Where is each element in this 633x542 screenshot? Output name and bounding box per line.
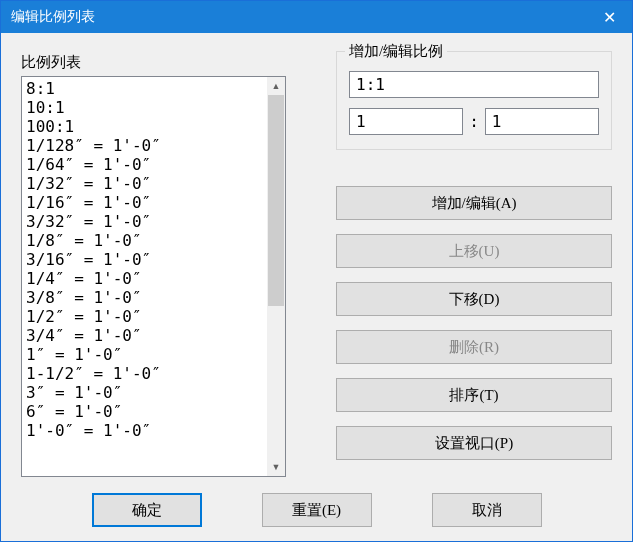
list-item[interactable]: 1/2″ = 1'-0″ <box>26 307 263 326</box>
list-item[interactable]: 1'-0″ = 1'-0″ <box>26 421 263 440</box>
cancel-button[interactable]: 取消 <box>432 493 542 527</box>
list-item[interactable]: 8:1 <box>26 79 263 98</box>
list-item[interactable]: 1/16″ = 1'-0″ <box>26 193 263 212</box>
dialog-body: 比例列表 8:110:1100:11/128″ = 1'-0″1/64″ = 1… <box>1 33 632 541</box>
ok-button[interactable]: 确定 <box>92 493 202 527</box>
scroll-track[interactable] <box>267 95 285 458</box>
add-edit-group-label: 增加/编辑比例 <box>345 42 447 61</box>
ratio-left-input[interactable] <box>349 108 463 135</box>
list-item[interactable]: 1/64″ = 1'-0″ <box>26 155 263 174</box>
list-item[interactable]: 1/4″ = 1'-0″ <box>26 269 263 288</box>
bottom-buttons: 确定 重置(E) 取消 <box>21 493 612 531</box>
window-title: 编辑比例列表 <box>11 8 95 26</box>
list-item[interactable]: 1/32″ = 1'-0″ <box>26 174 263 193</box>
scroll-down-button[interactable]: ▼ <box>267 458 285 476</box>
list-item[interactable]: 3/32″ = 1'-0″ <box>26 212 263 231</box>
ratio-colon: : <box>469 112 479 131</box>
titlebar: 编辑比例列表 ✕ <box>1 1 632 33</box>
scale-list-label: 比例列表 <box>21 53 286 72</box>
scrollbar[interactable]: ▲ ▼ <box>267 77 285 476</box>
edit-scale-list-dialog: 编辑比例列表 ✕ 比例列表 8:110:1100:11/128″ = 1'-0″… <box>0 0 633 542</box>
list-item[interactable]: 1/128″ = 1'-0″ <box>26 136 263 155</box>
list-item[interactable]: 100:1 <box>26 117 263 136</box>
move-up-button[interactable]: 上移(U) <box>336 234 612 268</box>
list-item[interactable]: 1-1/2″ = 1'-0″ <box>26 364 263 383</box>
close-icon: ✕ <box>603 8 616 27</box>
close-button[interactable]: ✕ <box>586 1 632 33</box>
list-item[interactable]: 3/8″ = 1'-0″ <box>26 288 263 307</box>
add-edit-group: 增加/编辑比例 : <box>336 51 612 150</box>
list-item[interactable]: 6″ = 1'-0″ <box>26 402 263 421</box>
list-item[interactable]: 3″ = 1'-0″ <box>26 383 263 402</box>
chevron-down-icon: ▼ <box>272 462 281 472</box>
scale-listbox[interactable]: 8:110:1100:11/128″ = 1'-0″1/64″ = 1'-0″1… <box>21 76 286 477</box>
list-item[interactable]: 3/4″ = 1'-0″ <box>26 326 263 345</box>
list-item[interactable]: 3/16″ = 1'-0″ <box>26 250 263 269</box>
scroll-thumb[interactable] <box>268 95 284 306</box>
left-panel: 比例列表 8:110:1100:11/128″ = 1'-0″1/64″ = 1… <box>21 53 286 477</box>
list-item[interactable]: 1/8″ = 1'-0″ <box>26 231 263 250</box>
sort-button[interactable]: 排序(T) <box>336 378 612 412</box>
scale-list-content: 8:110:1100:11/128″ = 1'-0″1/64″ = 1'-0″1… <box>22 77 267 476</box>
reset-button[interactable]: 重置(E) <box>262 493 372 527</box>
scale-name-input[interactable] <box>349 71 599 98</box>
action-buttons: 增加/编辑(A) 上移(U) 下移(D) 删除(R) 排序(T) 设置视口(P) <box>336 186 612 460</box>
ratio-right-input[interactable] <box>485 108 599 135</box>
delete-button[interactable]: 删除(R) <box>336 330 612 364</box>
right-panel: 增加/编辑比例 : 增加/编辑(A) 上移(U) 下移(D) 删除(R) <box>336 53 612 477</box>
main-area: 比例列表 8:110:1100:11/128″ = 1'-0″1/64″ = 1… <box>21 53 612 477</box>
chevron-up-icon: ▲ <box>272 81 281 91</box>
scroll-up-button[interactable]: ▲ <box>267 77 285 95</box>
add-edit-button[interactable]: 增加/编辑(A) <box>336 186 612 220</box>
move-down-button[interactable]: 下移(D) <box>336 282 612 316</box>
list-item[interactable]: 10:1 <box>26 98 263 117</box>
list-item[interactable]: 1″ = 1'-0″ <box>26 345 263 364</box>
set-viewport-button[interactable]: 设置视口(P) <box>336 426 612 460</box>
